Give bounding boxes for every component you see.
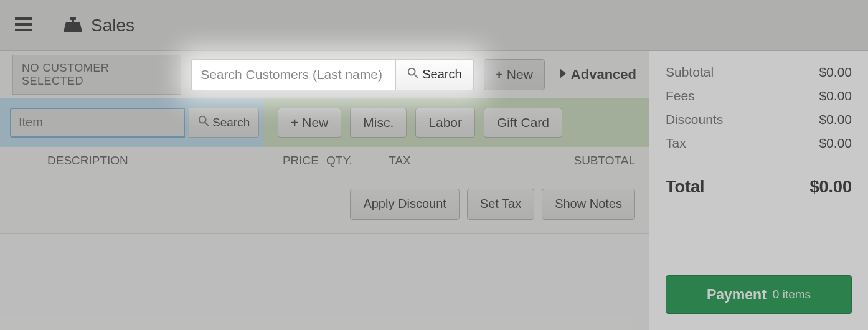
labor-button-label: Labor xyxy=(428,115,462,130)
item-search-zone: Search xyxy=(0,98,263,147)
item-bar: Search + New Misc. Labor Gift Card xyxy=(0,98,649,147)
col-price: PRICE xyxy=(275,154,319,167)
col-qty: QTY. xyxy=(319,154,356,167)
plus-icon: + xyxy=(496,67,503,82)
misc-button-label: Misc. xyxy=(363,115,394,130)
advanced-toggle[interactable]: Advanced xyxy=(559,67,636,83)
page-title: Sales xyxy=(91,16,134,35)
customer-bar: NO CUSTOMER SELECTED Search + New Adv xyxy=(0,51,649,98)
col-tax: TAX xyxy=(356,154,443,167)
new-customer-button-label: New xyxy=(507,67,533,82)
item-search-input[interactable] xyxy=(10,108,185,138)
misc-button[interactable]: Misc. xyxy=(350,108,407,138)
customer-search-button-label: Search xyxy=(422,67,461,82)
payment-item-count: 0 items xyxy=(773,288,811,301)
show-notes-button[interactable]: Show Notes xyxy=(542,189,635,220)
register-icon xyxy=(64,17,82,34)
total-label: Total xyxy=(666,177,705,197)
labor-button[interactable]: Labor xyxy=(415,108,475,138)
item-search-button-label: Search xyxy=(212,116,250,130)
subtotal-value: $0.00 xyxy=(819,65,852,80)
payment-button-label: Payment xyxy=(707,286,767,303)
row-actions: Apply Discount Set Tax Show Notes xyxy=(0,174,649,234)
line-items-header: DESCRIPTION PRICE QTY. TAX SUBTOTAL xyxy=(0,147,649,174)
svg-line-7 xyxy=(415,75,418,78)
svg-rect-1 xyxy=(15,23,32,26)
customer-search-input[interactable] xyxy=(191,59,395,90)
customer-search-button[interactable]: Search xyxy=(395,59,473,90)
svg-point-8 xyxy=(199,116,206,123)
advanced-label: Advanced xyxy=(571,67,636,83)
menu-button[interactable] xyxy=(0,0,47,51)
svg-rect-4 xyxy=(72,20,74,22)
svg-rect-5 xyxy=(64,29,82,32)
search-icon xyxy=(198,115,209,130)
app-header: Sales xyxy=(0,0,868,51)
col-description: DESCRIPTION xyxy=(14,154,275,167)
hamburger-icon xyxy=(15,17,32,34)
discounts-label: Discounts xyxy=(666,112,723,127)
svg-line-9 xyxy=(205,123,209,126)
customer-search-group: Search xyxy=(191,59,473,90)
payment-button[interactable]: Payment 0 items xyxy=(666,275,852,314)
total-value: $0.00 xyxy=(809,177,852,197)
new-item-button[interactable]: + New xyxy=(278,108,341,138)
plus-icon: + xyxy=(291,115,298,130)
svg-rect-3 xyxy=(70,17,76,20)
search-icon xyxy=(407,67,418,82)
line-items-empty xyxy=(0,234,649,330)
chevron-right-icon xyxy=(559,67,567,83)
fees-label: Fees xyxy=(666,88,695,103)
no-customer-badge: NO CUSTOMER SELECTED xyxy=(12,55,181,95)
new-customer-button[interactable]: + New xyxy=(484,59,545,90)
giftcard-button[interactable]: Gift Card xyxy=(484,108,562,138)
giftcard-button-label: Gift Card xyxy=(497,115,549,130)
svg-rect-2 xyxy=(15,29,32,31)
discounts-value: $0.00 xyxy=(819,112,852,127)
totals-panel: Subtotal $0.00 Fees $0.00 Discounts $0.0… xyxy=(649,51,868,330)
subtotal-label: Subtotal xyxy=(666,65,714,80)
fees-value: $0.00 xyxy=(819,88,852,103)
tax-value: $0.00 xyxy=(819,136,852,151)
col-subtotal: SUBTOTAL xyxy=(443,154,635,167)
tax-label: Tax xyxy=(666,136,686,151)
apply-discount-button[interactable]: Apply Discount xyxy=(350,189,459,220)
item-actions: + New Misc. Labor Gift Card xyxy=(263,98,649,147)
svg-point-6 xyxy=(408,68,415,75)
totals-divider xyxy=(666,166,852,166)
svg-rect-0 xyxy=(15,17,32,20)
set-tax-button[interactable]: Set Tax xyxy=(467,189,534,220)
new-item-button-label: New xyxy=(302,115,328,130)
item-search-button[interactable]: Search xyxy=(189,108,259,138)
